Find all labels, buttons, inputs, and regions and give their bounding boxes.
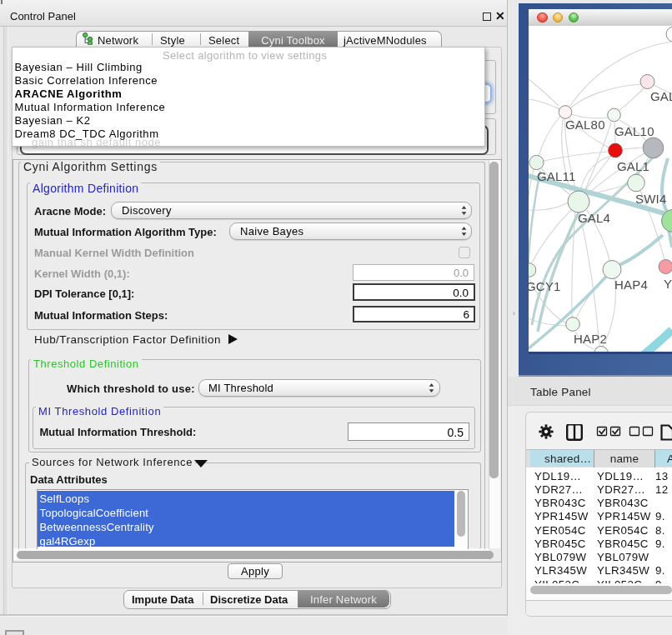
svg-text:GAL1: GAL1 <box>617 159 649 173</box>
svg-text:GAL4: GAL4 <box>578 211 610 225</box>
svg-text:GAL11: GAL11 <box>537 169 576 183</box>
svg-text:HAP2: HAP2 <box>574 332 607 346</box>
svg-text:GAL80: GAL80 <box>565 118 605 132</box>
svg-text:HAP4: HAP4 <box>614 278 648 292</box>
svg-text:GAL7: GAL7 <box>650 89 672 103</box>
svg-text:SWI4: SWI4 <box>635 192 666 206</box>
svg-text:Y: Y <box>664 277 672 291</box>
svg-text:GCY1: GCY1 <box>529 279 561 293</box>
svg-text:GAL10: GAL10 <box>614 124 654 138</box>
